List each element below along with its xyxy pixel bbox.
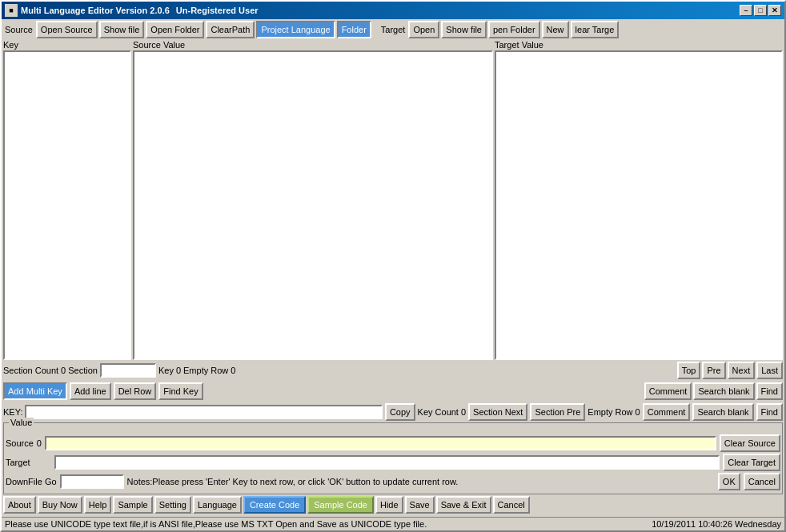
comment-button-1[interactable]: Comment bbox=[644, 382, 692, 400]
hide-button[interactable]: Hide bbox=[375, 496, 403, 514]
find-button-2[interactable]: Find bbox=[756, 403, 783, 421]
search-blank-button-1[interactable]: Search blank bbox=[693, 382, 754, 400]
section-count-label: Section Count bbox=[3, 366, 58, 375]
key-count-label: Key bbox=[158, 366, 174, 375]
target-open-folder-button[interactable]: pen Folder bbox=[488, 21, 540, 38]
comment-button-2[interactable]: Comment bbox=[643, 403, 691, 421]
minimize-button[interactable]: – bbox=[740, 5, 752, 16]
source-value-label: Source bbox=[6, 438, 34, 448]
next-button[interactable]: Next bbox=[728, 362, 756, 379]
open-folder-button[interactable]: Open Folder bbox=[146, 21, 204, 38]
pre-button[interactable]: Pre bbox=[702, 362, 725, 379]
target-clear-button[interactable]: lear Targe bbox=[571, 21, 620, 38]
panels-area: Key Source Value Target Value bbox=[3, 40, 783, 360]
button-row-1: Add Multi Key Add line Del Row Find Key … bbox=[3, 382, 783, 400]
target-show-file-button[interactable]: Show file bbox=[441, 21, 487, 38]
target-panel: Target Value bbox=[495, 40, 783, 360]
folder-button[interactable]: Folder bbox=[337, 21, 371, 38]
search-blank-button-2[interactable]: Search blank bbox=[692, 403, 753, 421]
project-language-button[interactable]: Project Language bbox=[256, 21, 335, 38]
status-datetime: 10/19/2011 10:40:26 Wednesday bbox=[652, 519, 781, 529]
about-button[interactable]: About bbox=[3, 496, 36, 514]
empty-row-label: Empty Row bbox=[183, 366, 228, 375]
key-count-row-value: 0 bbox=[461, 407, 466, 417]
show-file-button[interactable]: Show file bbox=[99, 21, 145, 38]
main-content: Source Open Source Show file Open Folder… bbox=[2, 19, 784, 517]
target-value-row: Target Clear Target bbox=[6, 454, 780, 471]
save-button[interactable]: Save bbox=[405, 496, 435, 514]
status-bar: Please use UNICODE type text file,if is … bbox=[2, 517, 784, 530]
section-next-button[interactable]: Section Next bbox=[468, 403, 527, 421]
target-label: Target bbox=[379, 25, 407, 34]
source-value-number: 0 bbox=[37, 438, 42, 448]
close-button[interactable]: ✕ bbox=[768, 5, 781, 16]
empty-row-2-label: Empty Row bbox=[587, 407, 632, 417]
source-label: Source bbox=[3, 25, 34, 34]
key-textarea[interactable] bbox=[3, 50, 131, 360]
save-exit-button[interactable]: Save & Exit bbox=[436, 496, 491, 514]
key-input[interactable] bbox=[25, 405, 382, 419]
title-bar: ■ Multi Language Editor Version 2.0.6 Un… bbox=[2, 2, 784, 19]
empty-row-2-value: 0 bbox=[636, 407, 640, 417]
target-textarea[interactable] bbox=[495, 50, 783, 360]
app-title: Multi Language Editor Version 2.0.6 bbox=[21, 6, 170, 15]
target-value-label: Target bbox=[6, 458, 30, 467]
section-input[interactable] bbox=[100, 363, 156, 378]
last-button[interactable]: Last bbox=[756, 362, 783, 379]
clear-target-button[interactable]: Clear Target bbox=[723, 454, 780, 471]
downfile-row: DownFile Go Notes:Please press 'Enter' K… bbox=[6, 473, 780, 490]
cancel-footer-button[interactable]: Cancel bbox=[493, 496, 530, 514]
find-button-1[interactable]: Find bbox=[756, 382, 783, 400]
key-count-row-label: Key Count bbox=[418, 407, 459, 417]
key-row: KEY: Copy Key Count 0 Section Next Secti… bbox=[3, 403, 783, 421]
section-row: Section Count 0 Section Key 0 Empty Row … bbox=[3, 362, 783, 379]
buy-now-button[interactable]: Buy Now bbox=[38, 496, 82, 514]
help-button[interactable]: Help bbox=[84, 496, 112, 514]
footer-toolbar: About Buy Now Help Sample Setting Langua… bbox=[3, 496, 783, 514]
status-message: Please use UNICODE type text file,if is … bbox=[5, 519, 427, 529]
source-value-row: Source 0 Clear Source bbox=[6, 434, 780, 452]
add-line-button[interactable]: Add line bbox=[70, 382, 111, 400]
section-count-value: 0 bbox=[61, 366, 66, 375]
add-multi-key-button[interactable]: Add Multi Key bbox=[3, 382, 67, 400]
value-group-label: Value bbox=[9, 418, 34, 427]
key-panel-label: Key bbox=[3, 40, 131, 50]
value-group: Value Source 0 Clear Source Target Clear… bbox=[3, 422, 783, 494]
top-toolbar: Source Open Source Show file Open Folder… bbox=[3, 21, 783, 38]
language-button[interactable]: Language bbox=[193, 496, 242, 514]
notes-text: Notes:Please press 'Enter' Key to next r… bbox=[127, 477, 715, 486]
app-icon: ■ bbox=[5, 4, 18, 17]
clear-path-button[interactable]: ClearPath bbox=[206, 21, 255, 38]
find-key-button[interactable]: Find Key bbox=[158, 382, 203, 400]
del-row-button[interactable]: Del Row bbox=[114, 382, 157, 400]
downfile-label: DownFile Go bbox=[6, 477, 57, 486]
open-source-button[interactable]: Open Source bbox=[36, 21, 98, 38]
key-row-label: KEY: bbox=[3, 407, 22, 417]
target-panel-label: Target Value bbox=[495, 40, 783, 50]
source-textarea[interactable] bbox=[133, 50, 493, 360]
user-label: Un-Registered User bbox=[176, 6, 259, 15]
target-value-input[interactable] bbox=[54, 455, 720, 470]
source-panel: Source Value bbox=[133, 40, 493, 360]
key-count-value: 0 bbox=[176, 366, 181, 375]
target-open-button[interactable]: Open bbox=[408, 21, 439, 38]
cancel-value-button[interactable]: Cancel bbox=[744, 473, 780, 490]
target-new-button[interactable]: New bbox=[542, 21, 569, 38]
source-panel-label: Source Value bbox=[133, 40, 493, 50]
empty-row-value: 0 bbox=[231, 366, 235, 375]
source-value-input[interactable] bbox=[45, 436, 716, 450]
top-button[interactable]: Top bbox=[677, 362, 701, 379]
copy-button[interactable]: Copy bbox=[385, 403, 415, 421]
sample-button[interactable]: Sample bbox=[113, 496, 152, 514]
main-window: ■ Multi Language Editor Version 2.0.6 Un… bbox=[0, 0, 786, 532]
create-code-button[interactable]: Create Code bbox=[243, 496, 306, 514]
section-label: Section bbox=[68, 366, 98, 375]
maximize-button[interactable]: □ bbox=[754, 5, 767, 16]
ok-button[interactable]: OK bbox=[718, 473, 740, 490]
clear-source-button[interactable]: Clear Source bbox=[720, 434, 780, 452]
sample-code-button[interactable]: Sample Code bbox=[307, 496, 374, 514]
window-controls: – □ ✕ bbox=[740, 5, 781, 16]
section-pre-button[interactable]: Section Pre bbox=[530, 403, 585, 421]
setting-button[interactable]: Setting bbox=[154, 496, 191, 514]
downfile-input[interactable] bbox=[60, 474, 124, 489]
